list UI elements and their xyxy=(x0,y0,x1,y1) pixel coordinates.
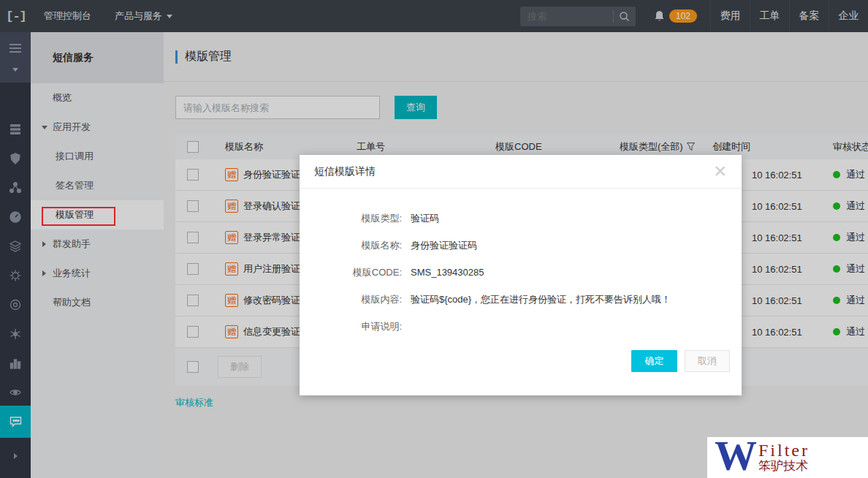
sms-template-detail-modal: 短信模版详情 ✕ 模版类型: 验证码 模版名称: 身份验证验证码 模版CODE:… xyxy=(300,155,742,395)
close-icon[interactable]: ✕ xyxy=(714,164,727,180)
field-template-content: 模版内容: 验证码${code}，您正在进行身份验证，打死不要告诉别人哦！ xyxy=(300,292,742,308)
modal-footer: 确定 取消 xyxy=(300,350,742,395)
wfilter-watermark: W Filter 笨驴技术 xyxy=(707,437,868,478)
modal-body: 模版类型: 验证码 模版名称: 身份验证验证码 模版CODE: SMS_1394… xyxy=(300,189,742,350)
watermark-subtitle: 笨驴技术 xyxy=(758,459,810,474)
modal-header: 短信模版详情 ✕ xyxy=(300,155,742,189)
watermark-logo: W xyxy=(715,439,757,474)
field-apply-note: 申请说明: xyxy=(300,319,742,335)
confirm-button[interactable]: 确定 xyxy=(631,350,677,372)
watermark-name: Filter xyxy=(758,441,810,459)
modal-title: 短信模版详情 xyxy=(314,165,376,178)
cancel-button[interactable]: 取消 xyxy=(685,350,730,372)
field-template-type: 模版类型: 验证码 xyxy=(300,210,742,227)
field-template-name: 模版名称: 身份验证验证码 xyxy=(300,238,742,254)
field-template-code: 模版CODE: SMS_139430285 xyxy=(300,265,742,281)
